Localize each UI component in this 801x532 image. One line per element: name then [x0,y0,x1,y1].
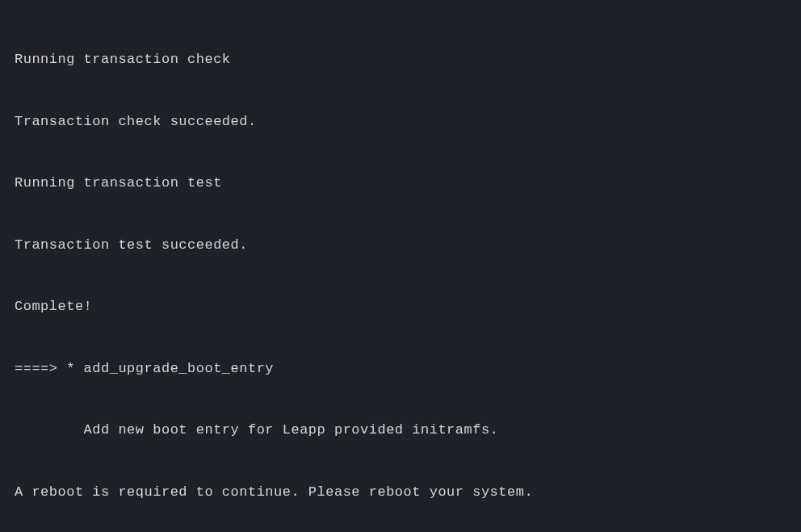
terminal-output[interactable]: Running transaction check Transaction ch… [15,8,786,532]
output-line: ====> * add_upgrade_boot_entry [15,358,786,379]
output-line: Transaction check succeeded. [15,111,786,132]
output-line: Add new boot entry for Leapp provided in… [15,420,786,441]
output-line: Transaction test succeeded. [15,235,786,256]
output-line: A reboot is required to continue. Please… [15,482,786,503]
output-line: Complete! [15,296,786,317]
output-line: Running transaction check [15,49,786,70]
output-line: Running transaction test [15,173,786,194]
